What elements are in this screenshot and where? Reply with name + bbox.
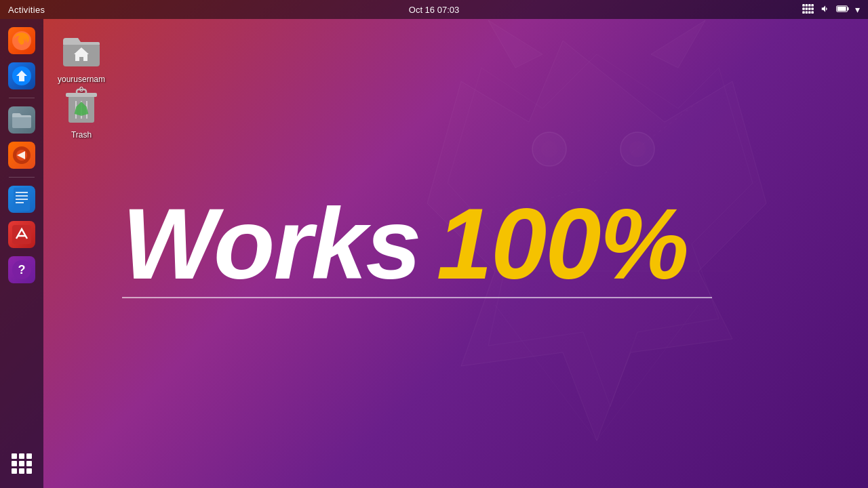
desktop-icon-trash[interactable]: Trash xyxy=(54,81,108,142)
main-text-overlay: Works 100% xyxy=(122,194,712,298)
svg-rect-23 xyxy=(806,11,808,14)
svg-rect-48 xyxy=(77,89,86,94)
svg-rect-14 xyxy=(802,4,805,7)
svg-rect-27 xyxy=(837,6,846,10)
home-icon-img xyxy=(60,28,103,72)
trash-svg xyxy=(63,86,100,125)
rhythmbox-icon xyxy=(8,142,35,169)
dock-separator-2 xyxy=(9,177,35,178)
svg-point-4 xyxy=(541,141,557,157)
writer-icon xyxy=(8,186,35,213)
dock-item-rhythmbox[interactable] xyxy=(5,139,38,171)
thunderbird-icon xyxy=(8,62,35,89)
svg-rect-31 xyxy=(12,116,31,128)
dock-item-files[interactable] xyxy=(5,104,38,136)
svg-rect-39 xyxy=(16,202,24,203)
battery-icon[interactable] xyxy=(836,4,850,16)
files-icon xyxy=(8,106,35,134)
network-icon[interactable] xyxy=(802,4,814,16)
topbar-datetime: Oct 16 07:03 xyxy=(409,5,459,15)
svg-rect-19 xyxy=(806,7,808,10)
desktop: Activities Oct 16 07:03 xyxy=(0,0,868,488)
dock-item-help[interactable]: ? xyxy=(5,253,38,286)
svg-rect-21 xyxy=(811,7,814,10)
trash-icon-label: Trash xyxy=(71,130,92,140)
firefox-icon xyxy=(8,27,35,54)
topbar: Activities Oct 16 07:03 xyxy=(0,0,868,19)
svg-text:?: ? xyxy=(18,263,26,277)
topbar-system-tray: ▾ xyxy=(802,4,860,16)
home-folder-svg xyxy=(62,33,101,68)
svg-rect-18 xyxy=(802,7,805,10)
dock-item-firefox[interactable] xyxy=(5,24,38,57)
svg-rect-16 xyxy=(808,4,811,7)
svg-marker-8 xyxy=(651,20,705,68)
dock-item-appstore[interactable] xyxy=(5,218,38,251)
help-icon: ? xyxy=(8,256,35,283)
svg-rect-36 xyxy=(16,192,28,193)
svg-rect-22 xyxy=(802,11,805,14)
volume-icon[interactable] xyxy=(820,4,831,16)
dock-item-libreoffice-writer[interactable] xyxy=(5,183,38,216)
text-percent: 100% xyxy=(437,194,688,294)
svg-point-5 xyxy=(629,141,646,157)
svg-rect-17 xyxy=(811,4,814,7)
appstore-icon xyxy=(8,221,35,248)
svg-rect-20 xyxy=(808,7,811,10)
svg-marker-7 xyxy=(488,20,542,68)
svg-rect-24 xyxy=(808,11,811,14)
svg-rect-37 xyxy=(16,195,28,197)
trash-icon-img xyxy=(60,84,103,127)
dock-item-thunderbird[interactable] xyxy=(5,60,38,92)
works-line: Works 100% xyxy=(122,194,712,294)
activities-button[interactable]: Activities xyxy=(8,5,45,15)
dock-separator-1 xyxy=(9,98,35,98)
svg-rect-25 xyxy=(811,11,814,14)
svg-rect-28 xyxy=(847,7,848,9)
svg-rect-15 xyxy=(806,4,808,7)
system-menu-arrow[interactable]: ▾ xyxy=(855,4,860,15)
show-applications-button[interactable] xyxy=(5,447,38,480)
svg-rect-38 xyxy=(16,199,28,200)
apps-grid-icon xyxy=(12,453,32,474)
dock: ? xyxy=(0,19,43,488)
text-works: Works xyxy=(122,194,420,294)
